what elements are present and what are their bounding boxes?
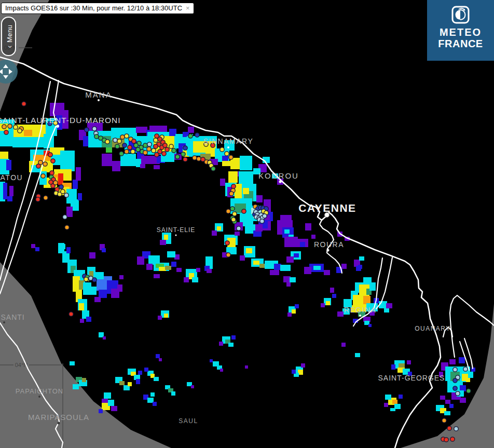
place-label: MARIPASOULA bbox=[28, 413, 89, 422]
radar-echo-cell bbox=[102, 154, 112, 166]
close-icon[interactable]: × bbox=[186, 4, 190, 12]
lightning-strike-dot bbox=[183, 157, 187, 161]
radar-echo-cell bbox=[228, 171, 238, 183]
lightning-strike-dot bbox=[237, 226, 241, 230]
radar-echo-cell bbox=[153, 402, 157, 406]
radar-echo-cell bbox=[35, 247, 39, 251]
chevron-left-icon: ‹ bbox=[4, 45, 13, 48]
radar-echo-cell bbox=[137, 256, 144, 265]
radar-echo-cell bbox=[154, 274, 160, 278]
radar-echo-cell bbox=[89, 252, 95, 259]
lightning-strike-dot bbox=[226, 209, 230, 213]
radar-echo-cell bbox=[300, 242, 305, 247]
radar-echo-cell bbox=[246, 248, 252, 253]
radar-echo-cell bbox=[136, 379, 140, 384]
lightning-strike-dot bbox=[51, 159, 55, 163]
lightning-strike-dot bbox=[232, 212, 237, 216]
radar-echo-cell bbox=[207, 269, 212, 273]
radar-echo-cell bbox=[159, 267, 166, 271]
radar-echo-cell bbox=[66, 247, 71, 253]
radar-echo-cell bbox=[102, 248, 106, 252]
radar-echo-cell bbox=[171, 262, 176, 267]
place-label: ROURA bbox=[314, 240, 344, 249]
lightning-strike-dot bbox=[122, 143, 127, 147]
radar-echo-cell bbox=[164, 235, 168, 240]
radar-echo-cell bbox=[166, 240, 171, 244]
radar-echo-cell bbox=[368, 324, 372, 327]
radar-echo-cell bbox=[390, 408, 395, 411]
lightning-strike-dot bbox=[225, 241, 229, 245]
lightning-strike-dot bbox=[13, 125, 18, 129]
town-dot bbox=[359, 315, 361, 317]
radar-echo-cell bbox=[140, 164, 145, 168]
radar-echo-cell bbox=[160, 240, 166, 245]
radar-echo-cell bbox=[341, 264, 347, 269]
radar-echo-cell bbox=[158, 316, 162, 320]
radar-echo-cell bbox=[358, 265, 362, 269]
town-dot bbox=[3, 321, 5, 323]
radar-echo-cell bbox=[217, 226, 221, 230]
radar-map-canvas[interactable]: 06°N04°N MANASAINT-LAURENT-DU-MARONIAPAT… bbox=[0, 0, 494, 448]
radar-echo-cell bbox=[7, 196, 12, 201]
radar-echo-cell bbox=[256, 195, 263, 202]
radar-echo-cell bbox=[301, 363, 305, 368]
radar-echo-cell bbox=[154, 165, 160, 169]
lightning-strike-dot bbox=[453, 378, 457, 383]
lightning-strike-dot bbox=[453, 386, 457, 390]
radar-echo-cell bbox=[82, 378, 86, 382]
radar-echo-cell bbox=[311, 235, 315, 239]
radar-echo-cell bbox=[176, 268, 182, 272]
menu-button[interactable]: ‹Menu bbox=[1, 17, 16, 56]
lightning-strike-dot bbox=[105, 140, 109, 144]
radar-echo-cell bbox=[255, 224, 263, 232]
radar-echo-cell bbox=[363, 296, 371, 304]
radar-echo-cell bbox=[304, 267, 311, 274]
lightning-strike-dot bbox=[260, 219, 264, 223]
radar-echo-cell bbox=[117, 284, 122, 292]
lightning-strike-dot bbox=[136, 147, 140, 152]
lightning-strike-dot bbox=[92, 278, 97, 282]
radar-echo-cell bbox=[287, 313, 292, 317]
meteo-france-logo[interactable]: METEO FRANCE bbox=[427, 0, 494, 61]
lightning-strike-dot bbox=[447, 426, 451, 430]
radar-echo-cell bbox=[99, 409, 103, 413]
lightning-strike-dot bbox=[165, 147, 169, 152]
lightning-strike-dot bbox=[61, 189, 65, 194]
lightning-strike-dot bbox=[125, 150, 129, 154]
radar-echo-cell bbox=[355, 353, 360, 357]
radar-echo-cell bbox=[384, 308, 389, 313]
radar-echo-cell bbox=[235, 232, 240, 236]
town-dot bbox=[58, 422, 60, 425]
lightning-strike-dot bbox=[50, 171, 54, 175]
lightning-strike-dot bbox=[463, 367, 468, 371]
lightning-strike-dot bbox=[132, 139, 136, 143]
lightning-strike-dot bbox=[181, 152, 185, 156]
lightning-strike-dot bbox=[143, 143, 147, 147]
radar-echo-cell bbox=[73, 180, 78, 189]
lightning-strike-dot bbox=[64, 193, 68, 197]
radar-echo-cell bbox=[341, 343, 346, 347]
radar-echo-cell bbox=[83, 282, 91, 295]
lightning-strike-dot bbox=[125, 134, 129, 138]
town-dot bbox=[38, 396, 40, 398]
radar-echo-cell bbox=[12, 137, 47, 147]
radar-echo-cell bbox=[440, 396, 445, 400]
radar-echo-cell bbox=[156, 354, 160, 358]
radar-echo-cell bbox=[239, 171, 253, 184]
lightning-strike-dot bbox=[172, 148, 176, 153]
radar-echo-cell bbox=[60, 151, 75, 171]
radar-echo-cell bbox=[119, 275, 124, 279]
radar-echo-cell bbox=[70, 361, 75, 365]
lightning-strike-dot bbox=[231, 184, 236, 188]
place-label: OUANARY bbox=[415, 325, 451, 332]
radar-echo-cell bbox=[305, 223, 311, 230]
radar-echo-cell bbox=[220, 369, 223, 372]
radar-echo-cell bbox=[138, 371, 142, 375]
radar-echo-cell bbox=[167, 251, 175, 257]
lightning-strike-dot bbox=[195, 133, 199, 137]
logo-text-france: FRANCE bbox=[427, 38, 494, 49]
radar-echo-cell bbox=[94, 297, 101, 302]
menu-button-label: Menu bbox=[5, 24, 13, 43]
radar-echo-cell bbox=[119, 381, 125, 385]
lightning-strike-dot bbox=[175, 155, 180, 159]
